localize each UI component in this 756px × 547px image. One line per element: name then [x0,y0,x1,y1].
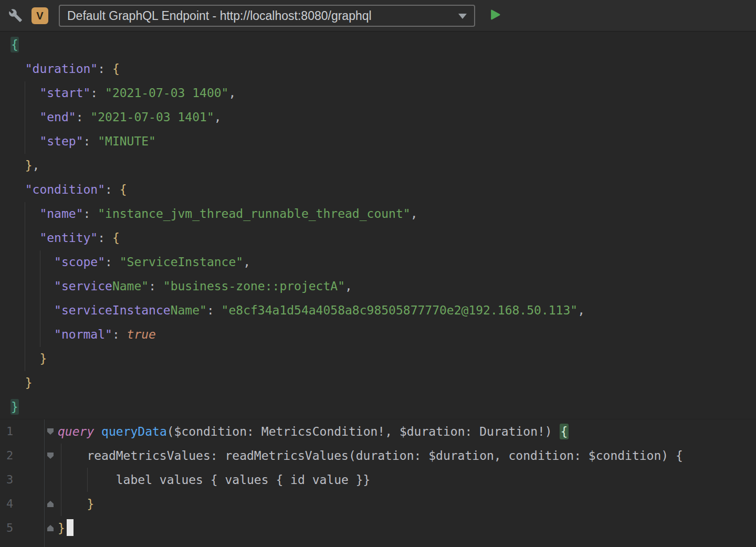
code-token: $condition [174,425,247,438]
code-token: : [83,207,98,220]
code-token [10,279,54,293]
code-token: ( [167,425,174,438]
query-editor[interactable]: 12345 query queryData($condition: Metric… [0,419,756,547]
code-token: : [98,62,112,76]
code-token: , [33,159,40,172]
code-token: queryData [101,425,167,438]
code-line: "duration": { [10,57,585,81]
gutter-row: 1 [0,419,57,444]
code-token: "step" [39,134,83,148]
code-line: "step": "MINUTE" [10,129,585,153]
code-line: readMetricsValues: readMetricsValues(dur… [58,444,683,468]
code-token: , [578,303,585,317]
run-toolbar: V Default GraphQL Endpoint - http://loca… [0,0,756,31]
code-token: : [149,279,163,293]
line-number: 3 [6,468,13,492]
code-token: "end" [39,110,76,124]
line-number: 2 [6,444,13,468]
code-line: { [10,33,585,57]
code-line: "start": "2021-07-03 1400", [10,81,585,105]
fold-marker-icon[interactable] [47,428,54,435]
settings-wrench-button[interactable] [7,8,23,24]
code-line: } [58,492,683,516]
code-token: "start" [39,86,90,100]
code-token: ) [545,425,560,438]
code-token: , [214,110,222,124]
line-number: 1 [6,419,13,444]
code-token: true [127,328,156,341]
code-token [10,231,39,245]
code-token [10,303,54,317]
gutter-row: 2 [0,444,57,468]
code-token [10,352,39,365]
code-token: Duration! [479,425,545,438]
code-token: : [247,425,261,438]
code-token: label values { values { id value }} [58,473,370,487]
code-token: } [58,521,65,535]
chevron-down-icon [458,14,467,19]
query-code: query queryData($condition: MetricsCondi… [58,419,683,540]
code-token: } [25,159,33,172]
code-token [10,255,54,269]
code-line: } [10,346,585,371]
code-line: } [10,371,585,395]
code-token: : [207,303,222,317]
code-token: : [90,86,105,100]
fold-marker-icon[interactable] [47,453,54,459]
fold-marker-icon[interactable] [47,525,54,531]
code-token: } [39,352,47,365]
code-line: "end": "2021-07-03 1401", [10,105,585,129]
code-token [10,183,25,196]
code-token: , [385,425,400,438]
code-token: { [112,231,120,245]
code-line: } [10,395,585,419]
code-token: "service [54,279,112,293]
code-token: "business-zone::projectA" [163,279,345,293]
endpoint-dropdown-label: Default GraphQL Endpoint - http://localh… [67,9,372,23]
code-token: "2021-07-03 1400" [105,86,228,100]
code-token: } [10,399,19,415]
code-token: : [98,231,112,245]
code-token: : [465,425,480,438]
code-token: } [87,497,94,511]
code-line: label values { values { id value }} [58,468,683,492]
fold-marker-icon[interactable] [47,501,54,507]
code-line: "serviceInstanceName": "e8cf34a1d54a4058… [10,298,585,322]
ideavim-mode-icon[interactable]: V [32,7,48,24]
code-line: }, [10,153,585,177]
code-line: query queryData($condition: MetricsCondi… [58,419,683,444]
code-token [10,110,39,124]
code-token: : [76,110,91,124]
code-token: , [345,279,352,293]
code-token: "condition" [25,183,105,196]
code-token: , [228,86,236,100]
run-query-button[interactable] [487,8,503,24]
code-token [10,207,39,220]
code-token: : [105,183,120,196]
code-token: : [83,134,98,148]
variables-editor[interactable]: { "duration": { "start": "2021-07-03 140… [0,32,756,419]
gutter-row: 5 [0,516,57,540]
code-token [94,425,101,438]
code-token: { [10,37,19,52]
code-token: "ServiceInstance" [120,255,243,269]
code-token: query [58,425,94,438]
play-icon [488,8,502,24]
code-token [10,159,25,172]
code-token: { [120,183,127,196]
code-token: "serviceInstance [54,303,171,317]
code-token [10,86,39,100]
variables-code: { "duration": { "start": "2021-07-03 140… [10,33,585,419]
code-token [10,328,54,341]
endpoint-dropdown[interactable]: Default GraphQL Endpoint - http://localh… [59,5,475,27]
line-number: 5 [6,516,13,540]
code-token: : [112,328,127,341]
line-number: 4 [6,492,13,516]
code-token: "MINUTE" [98,134,156,148]
code-line: "condition": { [10,177,585,202]
code-line: } [58,516,683,540]
code-line: "normal": true [10,322,585,346]
code-token: "entity" [39,231,98,245]
code-line: "entity": { [10,226,585,250]
code-token: "name" [39,207,83,220]
